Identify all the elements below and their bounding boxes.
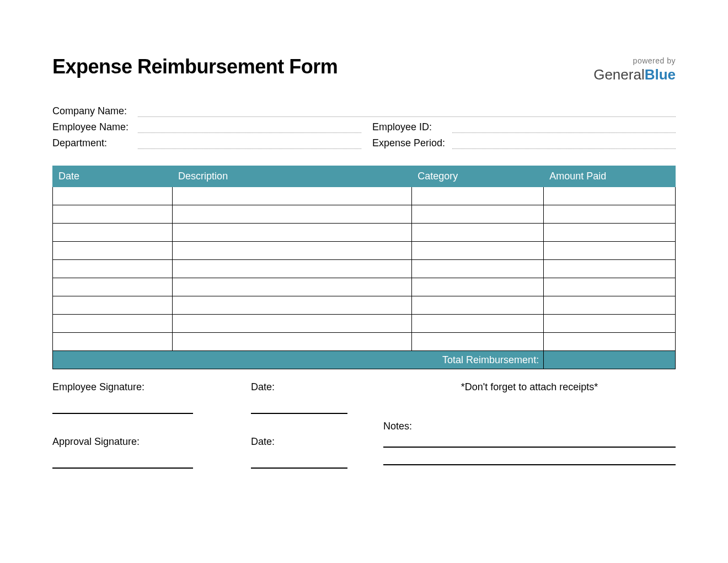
cell-amount[interactable]	[544, 278, 676, 296]
header-date: Date	[53, 166, 173, 187]
expense-period-label: Expense Period:	[372, 137, 452, 149]
cell-amount[interactable]	[544, 333, 676, 351]
cell-category[interactable]	[412, 296, 544, 315]
total-row: Total Reimbursement:	[53, 351, 676, 369]
approval-date-label: Date:	[251, 436, 361, 448]
total-amount[interactable]	[544, 351, 676, 369]
table-row	[53, 333, 676, 351]
cell-amount[interactable]	[544, 224, 676, 242]
cell-date[interactable]	[53, 260, 173, 278]
notes-line-1[interactable]	[383, 447, 676, 448]
table-row	[53, 205, 676, 224]
header-description: Description	[173, 166, 412, 187]
brand-name-1: General	[593, 66, 645, 83]
approval-date-line[interactable]	[251, 468, 347, 469]
emp-date-line[interactable]	[251, 413, 347, 414]
table-row	[53, 224, 676, 242]
notes-line-2[interactable]	[383, 464, 676, 465]
cell-amount[interactable]	[544, 296, 676, 315]
info-block: Company Name: Employee Name: Employee ID…	[52, 105, 676, 149]
employee-id-field[interactable]	[452, 122, 676, 133]
cell-category[interactable]	[412, 224, 544, 242]
brand-logo: GeneralBlue	[593, 66, 676, 83]
employee-name-field[interactable]	[138, 122, 361, 133]
employee-signature-line[interactable]	[52, 413, 193, 414]
cell-date[interactable]	[53, 333, 173, 351]
cell-amount[interactable]	[544, 242, 676, 260]
table-row	[53, 315, 676, 333]
cell-date[interactable]	[53, 242, 173, 260]
cell-category[interactable]	[412, 187, 544, 205]
total-label: Total Reimbursement:	[53, 351, 544, 369]
table-row	[53, 187, 676, 205]
department-field[interactable]	[138, 138, 361, 149]
cell-amount[interactable]	[544, 260, 676, 278]
cell-description[interactable]	[173, 278, 412, 296]
cell-category[interactable]	[412, 315, 544, 333]
company-name-field[interactable]	[138, 106, 676, 117]
cell-description[interactable]	[173, 187, 412, 205]
employee-id-label: Employee ID:	[372, 121, 452, 133]
cell-description[interactable]	[173, 315, 412, 333]
cell-date[interactable]	[53, 205, 173, 224]
table-row	[53, 296, 676, 315]
table-row	[53, 242, 676, 260]
employee-signature-label: Employee Signature:	[52, 381, 251, 393]
receipts-reminder: *Don't forget to attach receipts*	[383, 381, 676, 393]
notes-label: Notes:	[383, 421, 676, 432]
department-label: Department:	[52, 137, 138, 149]
cell-description[interactable]	[173, 333, 412, 351]
cell-amount[interactable]	[544, 205, 676, 224]
cell-date[interactable]	[53, 187, 173, 205]
cell-date[interactable]	[53, 315, 173, 333]
cell-category[interactable]	[412, 333, 544, 351]
cell-date[interactable]	[53, 278, 173, 296]
employee-name-label: Employee Name:	[52, 121, 138, 133]
cell-description[interactable]	[173, 224, 412, 242]
cell-category[interactable]	[412, 278, 544, 296]
cell-amount[interactable]	[544, 187, 676, 205]
cell-category[interactable]	[412, 205, 544, 224]
cell-amount[interactable]	[544, 315, 676, 333]
cell-description[interactable]	[173, 296, 412, 315]
brand-block: powered by GeneralBlue	[593, 55, 676, 83]
company-name-label: Company Name:	[52, 105, 138, 117]
cell-date[interactable]	[53, 296, 173, 315]
table-row	[53, 278, 676, 296]
header-category: Category	[412, 166, 544, 187]
cell-category[interactable]	[412, 260, 544, 278]
emp-date-label: Date:	[251, 381, 361, 393]
expense-table: Date Description Category Amount Paid To…	[52, 166, 676, 369]
form-title: Expense Reimbursement Form	[52, 55, 338, 78]
header-amount: Amount Paid	[544, 166, 676, 187]
powered-by-text: powered by	[593, 56, 676, 65]
approval-signature-line[interactable]	[52, 468, 193, 469]
cell-description[interactable]	[173, 260, 412, 278]
cell-date[interactable]	[53, 224, 173, 242]
cell-description[interactable]	[173, 205, 412, 224]
cell-description[interactable]	[173, 242, 412, 260]
brand-name-2: Blue	[645, 66, 676, 83]
cell-category[interactable]	[412, 242, 544, 260]
table-row	[53, 260, 676, 278]
expense-period-field[interactable]	[452, 138, 676, 149]
approval-signature-label: Approval Signature:	[52, 436, 251, 448]
